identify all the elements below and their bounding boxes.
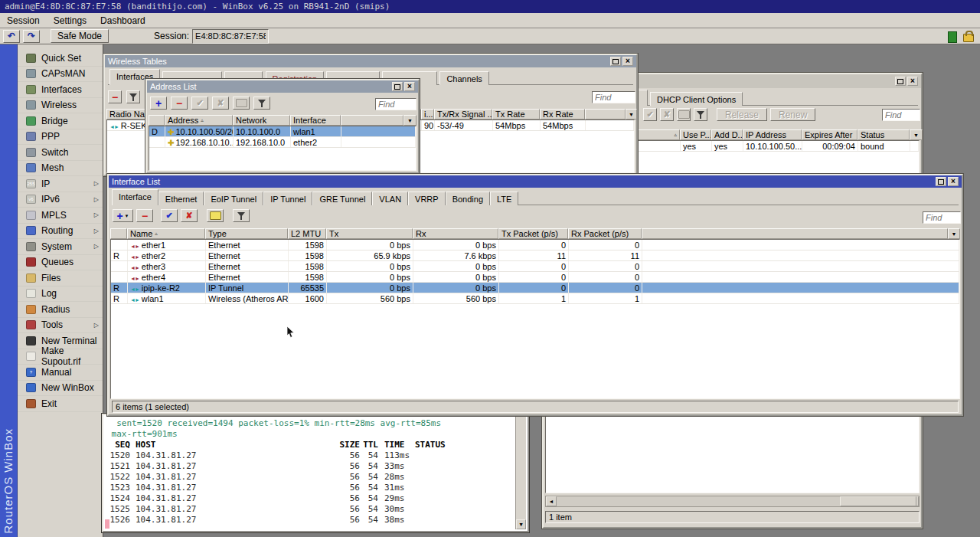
col-l2mtu[interactable]: L2 MTU — [288, 228, 326, 239]
sidebar-item[interactable]: Radius — [18, 302, 103, 318]
sidebar-item[interactable]: CAPsMAN — [18, 67, 103, 83]
sidebar-item[interactable]: MPLS — [18, 208, 103, 224]
interface-window-titlebar[interactable]: Interface List × — [109, 175, 962, 188]
tab-dhcp-client-options[interactable]: DHCP Client Options — [650, 92, 743, 106]
disable-button[interactable]: ✘ — [660, 108, 674, 121]
col-expires[interactable]: Expires After — [802, 129, 858, 140]
remove-button[interactable]: − — [171, 97, 188, 110]
column-select-icon[interactable]: ▼ — [626, 109, 637, 120]
interface-tab[interactable]: VRRP — [408, 192, 446, 205]
release-button[interactable]: Release — [717, 108, 767, 121]
interface-row[interactable]: R ◄►ether2 Ethernet 1598 65.9 kbps 7.6 k… — [111, 250, 959, 261]
column-select-icon[interactable]: ▼ — [910, 129, 923, 140]
sidebar-item[interactable]: v6 IPv6 — [18, 192, 103, 208]
interface-row[interactable]: ◄►ether3 Ethernet 1598 0 bps 0 bps 0 0 — [111, 261, 959, 272]
close-icon[interactable]: × — [948, 177, 959, 186]
terminal-window[interactable]: sent=1520 received=1494 packet-loss=1% m… — [102, 414, 529, 532]
col-tx[interactable]: Tx — [326, 228, 413, 239]
sidebar-item[interactable]: Wireless — [18, 98, 103, 114]
interface-tab[interactable]: VLAN — [372, 192, 408, 205]
interface-tab[interactable]: LTE — [490, 192, 518, 205]
maximize-icon[interactable] — [936, 177, 946, 186]
scroll-thumb[interactable] — [840, 496, 916, 506]
sidebar-item[interactable]: Routing — [18, 224, 103, 240]
col-name[interactable]: Name▵ — [127, 228, 205, 239]
sidebar-item[interactable]: ? Manual — [18, 365, 103, 381]
interface-row[interactable]: ◄►ether1 Ethernet 1598 0 bps 0 bps 0 0 — [111, 240, 959, 250]
sidebar-item[interactable]: Make Supout.rif — [18, 349, 103, 365]
sidebar-item[interactable]: Queues — [18, 255, 103, 271]
col-network[interactable]: Network — [233, 115, 290, 126]
undo-button[interactable]: ↶ — [3, 30, 20, 43]
col-tx-rate[interactable]: Tx Rate — [492, 109, 540, 120]
wireless-window-titlebar[interactable]: Wireless Tables × — [105, 55, 636, 67]
maximize-icon[interactable] — [392, 82, 403, 91]
add-button[interactable]: + — [150, 97, 167, 110]
close-icon[interactable]: × — [404, 82, 415, 91]
sidebar-item[interactable]: Log — [18, 287, 103, 303]
address-row[interactable]: D ✚10.10.100.50/26 10.10.100.0 wlan1 — [149, 126, 416, 137]
col-status[interactable]: Status — [858, 129, 910, 140]
filter-button[interactable] — [694, 108, 707, 121]
disable-button[interactable]: ✘ — [181, 209, 198, 222]
tab-channels[interactable]: Channels — [439, 71, 488, 85]
terminal-scrollbar[interactable]: ▼ — [515, 417, 526, 529]
col-add-default[interactable]: Add D... — [711, 129, 743, 140]
address-window-titlebar[interactable]: Address List × — [147, 80, 418, 93]
window-titlebar[interactable]: admin@E4:8D:8C:87:E7:58 (bandithijo.com)… — [0, 0, 980, 13]
maximize-icon[interactable] — [610, 57, 621, 66]
interface-tab[interactable]: EoIP Tunnel — [204, 192, 263, 205]
col-tx-packet[interactable]: Tx Packet (p/s) — [498, 228, 568, 239]
dhcp-find-input[interactable] — [882, 109, 920, 121]
session-field[interactable] — [192, 29, 269, 44]
remove-button[interactable]: − — [136, 209, 153, 222]
safe-mode-button[interactable]: Safe Mode — [51, 29, 109, 43]
interface-tab[interactable]: GRE Tunnel — [312, 192, 372, 205]
sidebar-item[interactable]: System — [18, 239, 103, 255]
enable-button[interactable]: ✔ — [161, 209, 178, 222]
interface-list-window[interactable]: Interface List × InterfaceEthernetEoIP T… — [107, 174, 963, 416]
add-button[interactable]: +▼ — [113, 209, 133, 222]
scroll-down-icon[interactable]: ▼ — [516, 519, 526, 529]
filter-button[interactable] — [253, 97, 270, 110]
address-list-window[interactable]: Address List × + − ✔ ✘ Address▵ Network … — [145, 79, 420, 174]
interface-row[interactable]: ◄►ether4 Ethernet 1598 0 bps 0 bps 0 0 — [111, 272, 959, 283]
sidebar-item[interactable]: New WinBox — [18, 381, 103, 397]
address-row[interactable]: ✚192.168.10.10... 192.168.10.0 ether2 — [149, 137, 416, 148]
interface-find-input[interactable] — [923, 211, 961, 224]
col-type[interactable]: Type — [205, 228, 288, 239]
sidebar-item[interactable]: 255 IP — [18, 176, 103, 192]
sidebar-item[interactable]: Exit — [18, 396, 103, 412]
remove-button[interactable]: − — [108, 90, 122, 103]
redo-button[interactable]: ↷ — [23, 30, 40, 43]
sidebar-item[interactable]: PPP — [18, 129, 103, 146]
wireless-find-input[interactable] — [592, 91, 635, 103]
filter-button[interactable] — [233, 209, 250, 222]
col-rx-packet[interactable]: Rx Packet (p/s) — [568, 228, 642, 239]
col-interface[interactable]: Interface — [290, 115, 341, 126]
interface-row[interactable]: R ◄►ipip-ke-R2 IP Tunnel 65535 0 bps 0 b… — [111, 283, 959, 293]
sidebar-item[interactable]: Tools — [18, 318, 103, 334]
enable-button[interactable]: ✔ — [643, 108, 657, 121]
horizontal-scrollbar[interactable]: ◄ ► — [545, 496, 920, 507]
enable-button[interactable]: ✔ — [191, 97, 208, 110]
column-select-icon[interactable]: ▼ — [948, 228, 960, 239]
interface-tab[interactable]: IP Tunnel — [263, 192, 312, 205]
interface-row[interactable]: R ◄►wlan1 Wireless (Atheros AR... 1600 5… — [111, 293, 959, 304]
col-address[interactable]: Address▵ — [165, 115, 233, 126]
col-i[interactable]: i... — [421, 109, 434, 120]
col-rx-rate[interactable]: Rx Rate — [540, 109, 585, 120]
menu-item[interactable]: Settings — [47, 13, 93, 28]
sidebar-item[interactable]: Switch — [18, 145, 103, 161]
column-select-icon[interactable]: ▼ — [403, 115, 416, 126]
menu-item[interactable]: Dashboard — [93, 13, 152, 28]
sidebar-item[interactable]: Interfaces — [18, 82, 103, 98]
comment-button[interactable] — [233, 97, 250, 110]
comment-button[interactable] — [207, 209, 224, 222]
menu-item[interactable]: Session — [0, 13, 47, 28]
interface-tab[interactable]: Interface — [112, 189, 158, 205]
maximize-icon[interactable] — [895, 77, 906, 86]
filter-button[interactable] — [126, 90, 140, 103]
comment-button[interactable] — [677, 108, 691, 121]
close-icon[interactable]: × — [907, 77, 918, 86]
